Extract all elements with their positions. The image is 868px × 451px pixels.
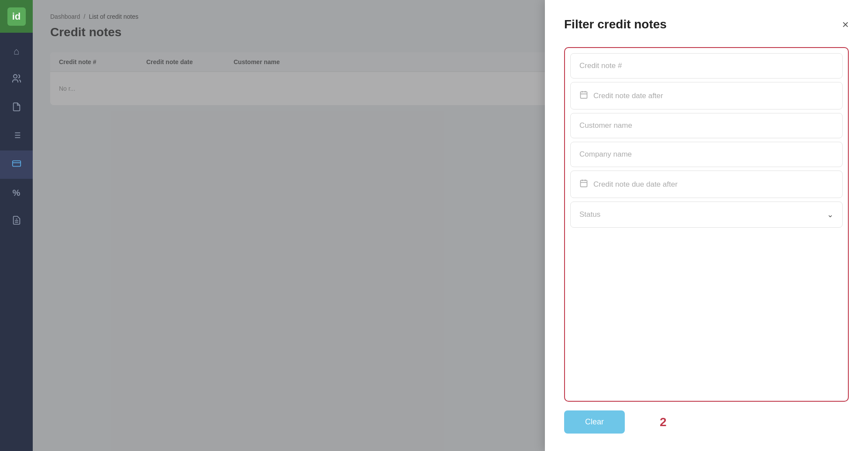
credit-note-number-input[interactable] [579, 62, 834, 70]
close-button[interactable]: × [842, 19, 849, 30]
credit-icon [12, 159, 21, 171]
percent-icon: % [13, 188, 21, 198]
filter-count-badge: 2 [660, 415, 667, 429]
reports-icon [12, 215, 21, 228]
calendar-icon-2 [579, 179, 588, 190]
status-dropdown[interactable]: Status ⌄ [570, 202, 843, 228]
customer-name-input[interactable] [579, 121, 834, 130]
svg-point-0 [14, 75, 17, 78]
sidebar-item-users[interactable] [0, 65, 33, 94]
sidebar-logo: id [0, 0, 33, 33]
credit-note-date-after-input[interactable] [593, 92, 834, 100]
company-name-field[interactable] [570, 142, 843, 167]
sidebar-item-percent[interactable]: % [0, 179, 33, 207]
filter-modal: Filter credit notes × [545, 0, 868, 451]
company-name-input[interactable] [579, 150, 834, 159]
svg-rect-12 [581, 92, 587, 98]
main-area: Dashboard / List of credit notes Credit … [33, 0, 868, 451]
list-icon [12, 130, 21, 143]
credit-note-due-date-after-input[interactable] [593, 180, 834, 189]
sidebar-item-credit[interactable] [0, 150, 33, 179]
modal-title: Filter credit notes [564, 17, 667, 31]
status-label: Status [579, 210, 600, 219]
svg-rect-7 [12, 161, 20, 166]
sidebar: id ⌂ % [0, 0, 33, 451]
calendar-icon-1 [579, 90, 588, 101]
logo-text: id [7, 7, 26, 26]
filter-form: Status ⌄ [564, 47, 849, 402]
sidebar-item-home[interactable]: ⌂ [0, 37, 33, 65]
credit-note-date-after-field[interactable] [570, 82, 843, 109]
modal-footer: Clear 2 [564, 410, 849, 434]
users-icon [11, 73, 22, 86]
credit-note-number-field[interactable] [570, 53, 843, 79]
customer-name-field[interactable] [570, 113, 843, 138]
documents-icon [12, 102, 21, 114]
sidebar-item-reports[interactable] [0, 207, 33, 236]
sidebar-item-documents[interactable] [0, 94, 33, 122]
modal-header: Filter credit notes × [564, 17, 849, 31]
clear-button[interactable]: Clear [564, 410, 625, 434]
svg-rect-16 [581, 180, 587, 187]
chevron-down-icon: ⌄ [827, 210, 834, 219]
home-icon: ⌂ [14, 46, 19, 57]
sidebar-item-list[interactable] [0, 122, 33, 150]
credit-note-due-date-after-field[interactable] [570, 171, 843, 198]
